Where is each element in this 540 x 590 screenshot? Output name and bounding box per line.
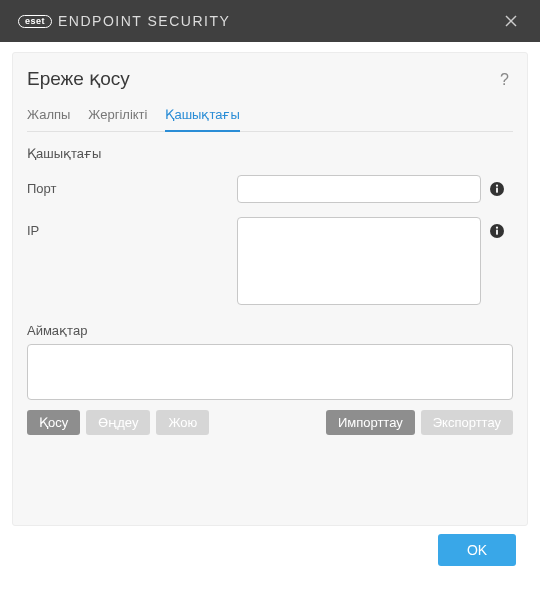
ip-input[interactable] <box>237 217 481 305</box>
delete-button[interactable]: Жою <box>156 410 209 435</box>
section-heading-remote: Қашықтағы <box>27 146 513 161</box>
brand-badge: eset <box>18 15 52 28</box>
ip-label: IP <box>27 217 237 238</box>
svg-rect-7 <box>496 230 498 235</box>
close-button[interactable] <box>496 6 526 36</box>
port-info-button[interactable] <box>489 181 505 197</box>
port-input[interactable] <box>237 175 481 203</box>
svg-point-3 <box>496 185 498 187</box>
svg-point-6 <box>496 227 498 229</box>
tabs: Жалпы Жергілікті Қашықтағы <box>27 103 513 132</box>
tab-general[interactable]: Жалпы <box>27 103 70 132</box>
info-icon <box>489 223 505 239</box>
brand-text: ENDPOINT SECURITY <box>58 13 230 29</box>
tab-local[interactable]: Жергілікті <box>88 103 147 132</box>
svg-rect-4 <box>496 188 498 193</box>
info-icon <box>489 181 505 197</box>
zones-listbox[interactable] <box>27 344 513 400</box>
ip-info-button[interactable] <box>489 223 505 239</box>
dialog-panel: Ереже қосу ? Жалпы Жергілікті Қашықтағы … <box>12 52 528 526</box>
help-button[interactable]: ? <box>496 69 513 91</box>
import-button[interactable]: Импорттау <box>326 410 415 435</box>
edit-button[interactable]: Өңдеу <box>86 410 150 435</box>
zones-label: Аймақтар <box>27 323 513 338</box>
help-icon: ? <box>500 71 509 88</box>
port-label: Порт <box>27 175 237 196</box>
dialog-title: Ереже қосу <box>27 67 130 90</box>
export-button[interactable]: Экспорттау <box>421 410 513 435</box>
close-icon <box>505 15 517 27</box>
titlebar: eset ENDPOINT SECURITY <box>0 0 540 42</box>
tab-remote[interactable]: Қашықтағы <box>165 103 239 132</box>
add-button[interactable]: Қосу <box>27 410 80 435</box>
brand: eset ENDPOINT SECURITY <box>18 13 230 29</box>
ok-button[interactable]: OK <box>438 534 516 566</box>
